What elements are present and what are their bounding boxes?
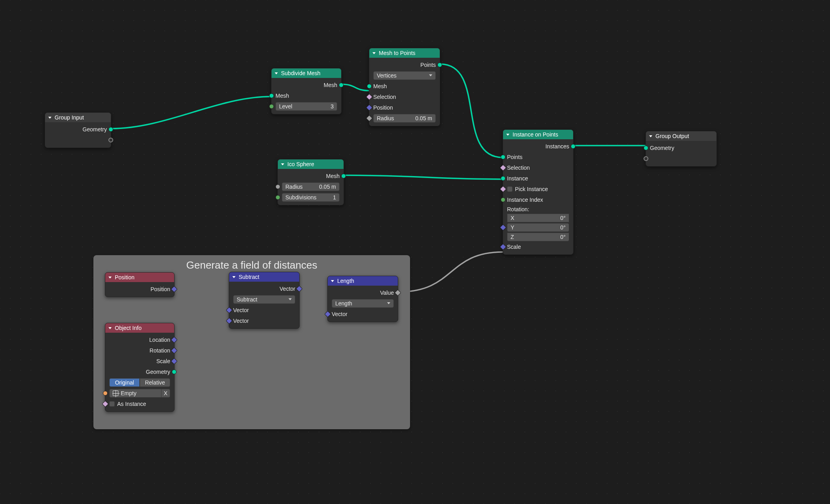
clear-object-button[interactable]: X <box>161 389 170 398</box>
node-header[interactable]: Subdivide Mesh <box>272 68 341 78</box>
socket-in-instance[interactable] <box>501 176 505 181</box>
socket-in-geometry[interactable] <box>644 146 648 150</box>
node-header[interactable]: Position <box>105 273 174 282</box>
socket-label: Value <box>380 290 394 296</box>
node-header[interactable]: Mesh to Points <box>369 48 440 58</box>
rotation-label: Rotation: <box>507 206 529 212</box>
node-title: Subtract <box>239 274 259 280</box>
radius-field[interactable]: Radius0.05 m <box>373 114 436 123</box>
socket-label: Instances <box>545 143 569 150</box>
node-group-input[interactable]: Group Input Geometry <box>45 112 111 148</box>
socket-in-index[interactable] <box>501 197 505 202</box>
node-object-info[interactable]: Object Info Location Rotation Scale Geom… <box>105 323 175 412</box>
socket-out-geometry[interactable] <box>172 369 177 374</box>
chevron-down-icon <box>506 134 509 136</box>
subdivisions-field[interactable]: Subdivisions1 <box>282 193 340 202</box>
rot-x-field[interactable]: X0° <box>507 214 569 222</box>
socket-out-mesh[interactable] <box>341 174 346 178</box>
socket-in-level[interactable] <box>269 104 274 109</box>
node-group-output[interactable]: Group Output Geometry <box>646 131 717 167</box>
node-header[interactable]: Group Output <box>646 131 716 141</box>
node-position[interactable]: Position Position <box>105 272 175 297</box>
node-ico-sphere[interactable]: Ico Sphere Mesh Radius0.05 m Subdivision… <box>277 159 344 205</box>
socket-label: Geometry <box>650 145 674 151</box>
chevron-down-icon <box>649 135 652 137</box>
chevron-down-icon <box>275 72 278 74</box>
pick-instance-checkbox[interactable] <box>507 186 513 192</box>
node-header[interactable]: Subtract <box>229 272 299 282</box>
socket-out-mesh[interactable] <box>339 83 344 87</box>
chevron-down-icon <box>232 276 236 278</box>
mode-select[interactable]: Vertices <box>373 71 436 80</box>
socket-label: Mesh <box>373 83 387 89</box>
node-mesh-to-points[interactable]: Mesh to Points Points Vertices Mesh Sele… <box>369 48 440 126</box>
node-header[interactable]: Group Input <box>45 113 111 122</box>
node-instance-on-points[interactable]: Instance on Points Instances Points Sele… <box>503 129 574 255</box>
socket-label: Points <box>507 154 522 160</box>
socket-label: Location <box>149 337 170 343</box>
socket-in-mesh[interactable] <box>367 84 372 89</box>
node-header[interactable]: Instance on Points <box>503 130 573 139</box>
socket-label: Mesh <box>326 173 340 179</box>
socket-out-geometry[interactable] <box>108 127 113 132</box>
node-title: Subdivide Mesh <box>281 70 321 76</box>
node-header[interactable]: Ico Sphere <box>278 159 344 169</box>
socket-label: Mesh <box>275 93 289 99</box>
socket-label: Instance Index <box>507 197 543 203</box>
chevron-down-icon <box>48 117 51 119</box>
socket-in-radius[interactable] <box>275 184 280 189</box>
socket-in-points[interactable] <box>501 155 505 159</box>
socket-label: Vector <box>233 307 249 313</box>
node-title: Instance on Points <box>513 131 558 138</box>
mode-select[interactable]: Subtract <box>233 295 295 304</box>
toggle-relative[interactable]: Relative <box>140 378 170 387</box>
socket-label: Selection <box>373 94 396 100</box>
socket-out-virtual[interactable] <box>108 138 113 142</box>
socket-label: Vector <box>332 311 348 317</box>
socket-in-virtual[interactable] <box>644 156 648 161</box>
socket-in-mesh[interactable] <box>269 93 274 98</box>
radius-field[interactable]: Radius0.05 m <box>282 182 340 191</box>
chevron-down-icon <box>331 280 334 282</box>
socket-label: Geometry <box>83 126 107 133</box>
node-subtract[interactable]: Subtract Vector Subtract Vector Vector <box>229 272 300 329</box>
node-title: Object Info <box>115 325 142 331</box>
socket-label: Pick Instance <box>515 186 548 192</box>
socket-label: As Instance <box>117 401 146 407</box>
socket-label: Rotation <box>150 347 170 354</box>
socket-label: Position <box>373 104 393 111</box>
chevron-down-icon <box>281 163 284 165</box>
socket-label: Geometry <box>146 369 170 375</box>
chevron-down-icon <box>108 327 112 329</box>
node-title: Mesh to Points <box>379 50 416 56</box>
socket-out-instances[interactable] <box>571 144 575 149</box>
socket-in-object[interactable] <box>103 391 108 396</box>
chevron-down-icon <box>372 52 376 54</box>
socket-label: Position <box>150 286 170 292</box>
node-subdivide-mesh[interactable]: Subdivide Mesh Mesh Mesh Level3 <box>271 68 342 114</box>
as-instance-checkbox[interactable] <box>109 401 115 407</box>
mode-select[interactable]: Length <box>332 299 394 308</box>
node-title: Group Input <box>55 114 84 121</box>
socket-label: Mesh <box>324 82 337 88</box>
rot-y-field[interactable]: Y0° <box>507 223 569 232</box>
node-header[interactable]: Length <box>328 276 398 286</box>
frame-title: Generate a field of distances <box>93 255 410 273</box>
object-field[interactable]: Empty <box>109 389 161 398</box>
node-length[interactable]: Length Value Length Vector <box>327 276 398 322</box>
level-field[interactable]: Level3 <box>275 102 337 111</box>
socket-label: Scale <box>507 244 521 250</box>
node-title: Ico Sphere <box>287 161 314 167</box>
chevron-down-icon <box>108 277 112 279</box>
toggle-original[interactable]: Original <box>109 378 140 387</box>
empty-icon <box>113 390 118 396</box>
node-header[interactable]: Object Info <box>105 323 174 333</box>
socket-label: Scale <box>156 358 170 364</box>
socket-in-subdivisions[interactable] <box>275 195 280 200</box>
socket-out-points[interactable] <box>437 63 442 67</box>
socket-label: Selection <box>507 165 530 171</box>
rot-z-field[interactable]: Z0° <box>507 233 569 241</box>
socket-label: Instance <box>507 175 528 182</box>
node-title: Length <box>337 278 354 284</box>
node-title: Group Output <box>655 133 689 139</box>
